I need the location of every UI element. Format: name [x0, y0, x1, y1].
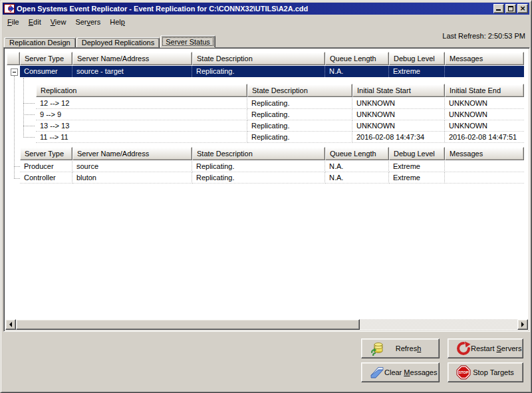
cell-messages — [445, 161, 524, 172]
cell-debug: Extreme — [389, 66, 445, 77]
header-debug-level[interactable]: Debug Level — [389, 147, 445, 160]
header-rep-state[interactable]: State Description — [247, 84, 352, 97]
table-row-replication[interactable]: 11 --> 11 Replicating. 2016-02-08 14:47:… — [36, 132, 524, 143]
minus-icon — [13, 72, 16, 72]
header-messages[interactable]: Messages — [445, 147, 524, 160]
header-messages[interactable]: Messages — [445, 52, 524, 65]
table-row-replication[interactable]: 9 --> 9 Replicating. UNKNOWN UNKNOWN — [36, 109, 524, 120]
cell-server-name: bluton — [72, 172, 192, 184]
cell-server-type: Controller — [20, 172, 72, 184]
cell-end: UNKNOWN — [445, 120, 524, 132]
header-initial-state-start[interactable]: Initial State Start — [352, 84, 445, 97]
cell-state: Replicating. — [247, 109, 352, 120]
tree-line — [14, 178, 20, 179]
cell-server-name: source - target — [72, 66, 192, 77]
cell-state: Replicating. — [192, 161, 325, 172]
cell-messages — [445, 66, 524, 77]
server-status-panel: Server Type Server Name/Address State De… — [3, 47, 530, 332]
tree-line — [14, 76, 15, 178]
header-state-description[interactable]: State Description — [192, 52, 325, 65]
server-table-header: Server Type Server Name/Address State De… — [7, 52, 524, 65]
restart-servers-label: Restart Servers — [471, 344, 521, 352]
scroll-left-button[interactable] — [5, 319, 16, 330]
tree-line — [23, 114, 35, 115]
title-bar[interactable]: Open Systems Event Replicator - Event Re… — [3, 3, 529, 15]
cell-queue: N.A. — [325, 172, 389, 184]
restart-arrow-icon — [456, 341, 471, 356]
table-row-consumer[interactable]: Consumer source - target Replicating. N.… — [20, 66, 524, 77]
lower-table-header: Server Type Server Name/Address State De… — [20, 147, 524, 160]
clear-messages-button[interactable]: Clear Messages — [361, 362, 440, 382]
minimize-icon — [496, 9, 501, 11]
header-queue-length[interactable]: Queue Length — [325, 147, 389, 160]
server-status-content: Server Type Server Name/Address State De… — [5, 49, 528, 330]
cell-replication: 9 --> 9 — [36, 109, 247, 120]
cell-end: UNKNOWN — [445, 98, 524, 109]
cell-state: Replicating. — [192, 66, 325, 77]
tree-expander-collapse[interactable] — [11, 68, 18, 76]
table-row-controller[interactable]: Controller bluton Replicating. N.A. Extr… — [20, 172, 524, 184]
tree-line — [23, 103, 35, 104]
last-refresh-label: Last Refresh: 2:50:53 PM — [442, 32, 525, 40]
tab-strip: Replication Design Deployed Replications… — [4, 37, 216, 48]
header-server-name[interactable]: Server Name/Address — [72, 52, 192, 65]
scroll-right-button[interactable] — [517, 319, 528, 330]
horizontal-scrollbar[interactable] — [5, 319, 528, 330]
header-server-type[interactable]: Server Type — [20, 52, 72, 65]
cell-start: UNKNOWN — [352, 109, 445, 120]
cell-state: Replicating. — [192, 172, 325, 184]
close-button[interactable]: × — [517, 4, 528, 13]
stop-targets-button[interactable]: STOP Stop Targets — [448, 362, 523, 382]
header-server-type[interactable]: Server Type — [20, 147, 72, 160]
replication-table-header: Replication State Description Initial St… — [36, 84, 524, 97]
menu-servers[interactable]: Servers — [70, 17, 105, 27]
table-row-producer[interactable]: Producer source Replicating. N.A. Extrem… — [20, 161, 524, 172]
menu-edit[interactable]: Edit — [24, 17, 46, 27]
menu-help[interactable]: Help — [105, 17, 130, 27]
tab-replication-design[interactable]: Replication Design — [4, 37, 76, 48]
tree-line — [23, 137, 35, 138]
cell-state: Replicating. — [247, 98, 352, 109]
scrollbar-track[interactable] — [360, 319, 517, 330]
window-title: Open Systems Event Replicator - Event Re… — [17, 5, 492, 13]
close-icon: × — [519, 5, 525, 12]
maximize-icon — [508, 6, 513, 11]
minimize-button[interactable] — [493, 4, 504, 13]
restart-servers-button[interactable]: Restart Servers — [448, 338, 523, 358]
tab-deployed-replications[interactable]: Deployed Replications — [76, 37, 160, 48]
app-window: Open Systems Event Replicator - Event Re… — [0, 0, 532, 393]
cell-state: Replicating. — [247, 120, 352, 132]
table-row-replication[interactable]: 13 --> 13 Replicating. UNKNOWN UNKNOWN — [36, 120, 524, 132]
cell-start: 2016-02-08 14:47:34 — [352, 132, 445, 143]
header-server-name[interactable]: Server Name/Address — [72, 147, 192, 160]
cell-debug: Extreme — [389, 161, 445, 172]
menu-file[interactable]: File — [3, 17, 24, 27]
header-state-description[interactable]: State Description — [192, 147, 325, 160]
cell-queue: N.A. — [325, 66, 389, 77]
header-replication[interactable]: Replication — [36, 84, 247, 97]
header-queue-length[interactable]: Queue Length — [325, 52, 389, 65]
maximize-button[interactable] — [505, 4, 516, 13]
arrow-left-icon — [7, 322, 12, 327]
cell-end: UNKNOWN — [445, 109, 524, 120]
clear-messages-label: Clear Messages — [384, 368, 438, 376]
app-icon — [4, 3, 15, 14]
cell-server-type: Producer — [20, 161, 72, 172]
cell-debug: Extreme — [389, 172, 445, 184]
svg-text:STOP: STOP — [459, 370, 469, 374]
scrollbar-thumb[interactable] — [16, 319, 360, 330]
menu-bar: File Edit View Servers Help — [3, 15, 529, 29]
header-initial-state-end[interactable]: Initial State End — [445, 84, 524, 97]
cell-messages — [445, 172, 524, 184]
tree-line — [23, 126, 35, 126]
cell-end: 2016-02-08 14:47:51 — [445, 132, 524, 143]
refresh-button[interactable]: Refresh — [361, 338, 440, 358]
table-row-replication[interactable]: 12 --> 12 Replicating. UNKNOWN UNKNOWN — [36, 98, 524, 109]
cell-replication: 13 --> 13 — [36, 120, 247, 132]
header-stub[interactable] — [7, 52, 20, 65]
cell-start: UNKNOWN — [352, 120, 445, 132]
tab-server-status[interactable]: Server Status — [160, 35, 215, 48]
cell-replication: 11 --> 11 — [36, 132, 247, 143]
header-debug-level[interactable]: Debug Level — [389, 52, 445, 65]
menu-view[interactable]: View — [46, 17, 71, 27]
